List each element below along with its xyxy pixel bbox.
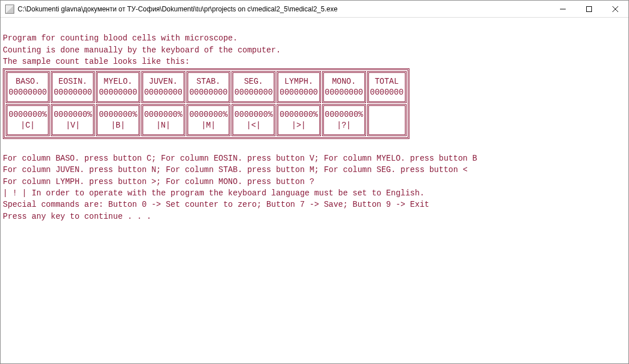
instructions: For column BASO. press button C; For col… xyxy=(3,141,626,222)
intro-line: Program for counting blood cells with mi… xyxy=(3,34,238,43)
titlebar: C:\Dokumenti glavna\документи от ТУ-Софи… xyxy=(1,1,628,18)
window-title: C:\Dokumenti glavna\документи от ТУ-Софи… xyxy=(18,5,550,13)
table-header-row: BASO. 00000000EOSIN. 00000000MYELO. 0000… xyxy=(6,71,407,103)
instruction-line: For column LYMPH. press button >; For co… xyxy=(3,177,314,186)
instruction-line: | ! | In order to operate with the progr… xyxy=(3,189,424,198)
minimize-button[interactable] xyxy=(550,1,576,17)
table-head-cell: LYMPH. 00000000 xyxy=(277,71,320,103)
intro-line: The sample count table looks like this: xyxy=(3,57,190,66)
table-head-cell: JUVEN. 00000000 xyxy=(141,71,185,103)
table-pct-cell: 0000000% |V| xyxy=(51,104,95,136)
table-head-cell: MYELO. 00000000 xyxy=(96,71,140,103)
table-head-cell: SEG. 00000000 xyxy=(232,71,275,103)
instruction-line: Press any key to continue . . . xyxy=(3,212,151,221)
table-total-empty xyxy=(367,104,407,136)
instruction-line: For column BASO. press button C; For col… xyxy=(3,154,477,163)
console-output[interactable]: Program for counting blood cells with mi… xyxy=(1,18,628,363)
table-pct-cell: 0000000% |M| xyxy=(186,104,230,136)
table-pct-cell: 0000000% |?| xyxy=(322,104,366,136)
table-head-cell: EOSIN. 00000000 xyxy=(51,71,95,103)
table-pct-row: 0000000% |C|0000000% |V|0000000% |B|0000… xyxy=(6,104,407,136)
table-pct-cell: 0000000% |>| xyxy=(277,104,320,136)
instruction-line: Special commands are: Button 0 -> Set co… xyxy=(3,200,429,209)
instruction-line: For column JUVEN. press button N; For co… xyxy=(3,165,468,174)
intro-line: Counting is done manually by the keyboar… xyxy=(3,46,281,55)
maximize-button[interactable] xyxy=(576,1,602,17)
table-pct-cell: 0000000% |<| xyxy=(232,104,275,136)
table-pct-cell: 0000000% |N| xyxy=(141,104,185,136)
table-head-cell: STAB. 00000000 xyxy=(186,71,230,103)
table-head-cell: MONO. 00000000 xyxy=(322,71,366,103)
table-head-cell: BASO. 00000000 xyxy=(6,71,50,103)
app-icon xyxy=(5,5,14,14)
count-table: BASO. 00000000EOSIN. 00000000MYELO. 0000… xyxy=(3,68,409,139)
close-button[interactable] xyxy=(602,1,628,17)
table-pct-cell: 0000000% |C| xyxy=(6,104,50,136)
window-controls xyxy=(550,1,628,17)
intro-text: Program for counting blood cells with mi… xyxy=(3,21,626,67)
table-total-cell: TOTAL 0000000 xyxy=(367,71,407,103)
svg-rect-1 xyxy=(587,6,592,11)
table-pct-cell: 0000000% |B| xyxy=(96,104,140,136)
